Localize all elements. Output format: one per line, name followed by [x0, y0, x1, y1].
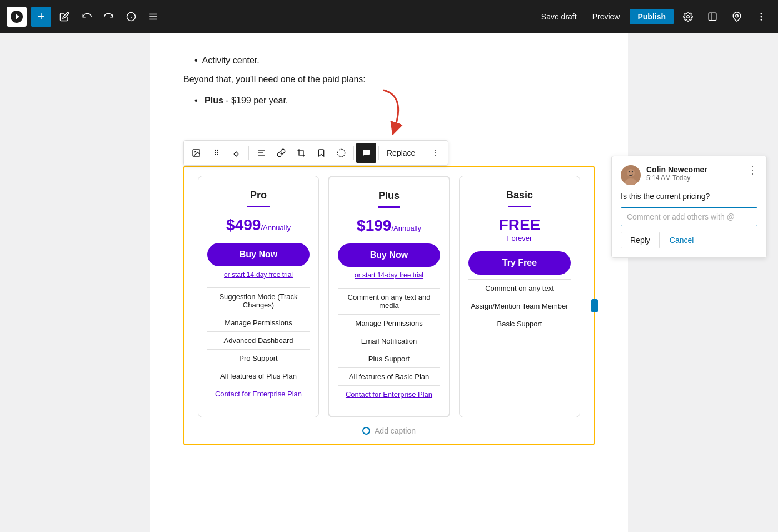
pro-feature-6: Contact for Enterprise Plan	[207, 385, 310, 402]
align-icon-button[interactable]	[251, 143, 271, 163]
plus-feature-5: All features of Basic Plan	[338, 368, 440, 386]
undo-button[interactable]	[77, 7, 97, 27]
preview-button[interactable]: Preview	[587, 9, 626, 24]
pro-feature-1: Suggestion Mode (Track Changes)	[207, 288, 310, 314]
comment-input[interactable]	[621, 207, 757, 226]
pro-trial-link[interactable]: or start 14-day free trial	[207, 271, 310, 279]
svg-point-24	[629, 171, 630, 172]
svg-point-11	[761, 13, 762, 14]
settings-icon-button[interactable]	[678, 7, 698, 27]
svg-point-10	[736, 14, 739, 17]
pro-feature-5: All features of Plus Plan	[207, 367, 310, 385]
pro-title: Pro	[207, 190, 310, 201]
pro-underline	[247, 206, 270, 207]
toolbar-divider-3	[378, 146, 379, 160]
pro-plan-card: Pro $499/Annually Buy Now or start 14-da…	[198, 176, 319, 417]
caption-area: Add caption	[193, 417, 585, 435]
comment-icon-button[interactable]	[356, 143, 376, 163]
paragraph-paid-plans: Beyond that, you'll need one of the paid…	[183, 74, 595, 84]
basic-underline	[508, 206, 531, 207]
plus-features-list: Comment on any text and media Manage Per…	[338, 288, 440, 403]
basic-plan-card: Basic FREE Forever Try Free Comment on a…	[459, 176, 580, 417]
plus-buy-button[interactable]: Buy Now	[338, 243, 440, 267]
svg-point-7	[687, 16, 690, 18]
redo-button[interactable]	[99, 7, 119, 27]
basic-price: FREE Forever	[468, 216, 571, 242]
edit-mode-button[interactable]	[702, 7, 722, 27]
comment-meta: Colin Newcomer 5:14 AM Today	[646, 165, 747, 182]
cancel-button[interactable]: Cancel	[664, 232, 700, 248]
plus-plan-card: Plus $199/Annually Buy Now or start 14-d…	[328, 176, 450, 417]
replace-button[interactable]: Replace	[381, 146, 421, 160]
basic-try-button[interactable]: Try Free	[468, 251, 571, 275]
plus-enterprise-link[interactable]: Contact for Enterprise Plan	[346, 390, 432, 399]
svg-point-15	[194, 151, 196, 152]
more-block-options-button[interactable]: ⋮	[426, 143, 446, 163]
pro-feature-4: Pro Support	[207, 350, 310, 367]
link-icon-button[interactable]	[271, 143, 291, 163]
plus-title: Plus	[338, 190, 440, 202]
plus-label: Plus	[205, 96, 223, 105]
plus-feature-4: Plus Support	[338, 350, 440, 368]
plus-feature-6: Contact for Enterprise Plan	[338, 386, 440, 403]
save-draft-button[interactable]: Save draft	[536, 9, 582, 24]
circle-icon-button[interactable]	[331, 143, 351, 163]
pro-price: $499/Annually	[207, 216, 310, 234]
plus-feature-2: Manage Permissions	[338, 315, 440, 332]
red-arrow-icon	[328, 84, 439, 140]
comment-header: Colin Newcomer 5:14 AM Today ⋮	[621, 165, 757, 185]
svg-point-25	[632, 171, 633, 172]
comment-avatar	[621, 165, 641, 185]
basic-features-list: Comment on any text Assign/Mention Team …	[468, 279, 571, 332]
block-toolbar: ⠿ Replace ⋮	[183, 140, 448, 166]
toolbar-divider-2	[353, 146, 354, 160]
pro-buy-button[interactable]: Buy Now	[207, 243, 310, 266]
reply-button[interactable]: Reply	[621, 232, 660, 248]
add-block-button[interactable]: +	[31, 7, 51, 27]
map-pin-button[interactable]	[727, 7, 747, 27]
basic-feature-2: Assign/Mention Team Member	[468, 297, 571, 315]
plus-trial-link[interactable]: or start 14-day free trial	[338, 271, 440, 279]
pro-enterprise-link[interactable]: Contact for Enterprise Plan	[215, 390, 302, 398]
edit-icon-button[interactable]	[54, 7, 74, 27]
more-options-button[interactable]	[751, 7, 771, 27]
plus-underline	[378, 206, 400, 208]
comment-timestamp: 5:14 AM Today	[646, 174, 747, 182]
pricing-table-block: Pro $499/Annually Buy Now or start 14-da…	[183, 166, 595, 445]
svg-rect-8	[709, 13, 716, 21]
arrow-annotation: Plus - $199 per year.	[183, 96, 595, 146]
bookmark-icon-button[interactable]	[311, 143, 331, 163]
publish-button[interactable]: Publish	[630, 9, 674, 24]
toolbar-divider-4	[423, 146, 423, 160]
pricing-cards-container: Pro $499/Annually Buy Now or start 14-da…	[193, 176, 585, 417]
bullet-activity-center: Activity center.	[194, 56, 595, 66]
content-area: Activity center. Beyond that, you'll nee…	[150, 33, 628, 532]
toolbar-divider-1	[248, 146, 249, 160]
basic-feature-3: Basic Support	[468, 315, 571, 332]
image-icon-button[interactable]	[186, 143, 206, 163]
svg-rect-19	[299, 151, 303, 155]
pro-feature-2: Manage Permissions	[207, 314, 310, 332]
pro-feature-3: Advanced Dashboard	[207, 332, 310, 350]
pro-features-list: Suggestion Mode (Track Changes) Manage P…	[207, 287, 310, 402]
info-button[interactable]	[121, 7, 141, 27]
caption-dot-icon	[362, 427, 370, 435]
drag-icon-button[interactable]: ⠿	[206, 143, 226, 163]
top-toolbar: + Save draft Preview Publish	[0, 0, 778, 33]
list-view-button[interactable]	[143, 7, 163, 27]
comment-panel: Colin Newcomer 5:14 AM Today ⋮ Is this t…	[611, 156, 767, 258]
caption-placeholder[interactable]: Add caption	[375, 426, 416, 435]
basic-title: Basic	[468, 190, 571, 201]
plus-price: - $199 per year.	[226, 96, 288, 105]
svg-point-13	[761, 19, 762, 21]
resize-handle[interactable]	[591, 299, 598, 312]
svg-point-12	[761, 16, 762, 17]
wp-logo[interactable]	[7, 7, 27, 27]
move-up-down-button[interactable]	[226, 143, 246, 163]
comment-author-name: Colin Newcomer	[646, 165, 747, 174]
comment-more-button[interactable]: ⋮	[747, 165, 757, 175]
crop-icon-button[interactable]	[291, 143, 311, 163]
basic-feature-1: Comment on any text	[468, 280, 571, 297]
plus-feature-3: Email Notification	[338, 332, 440, 350]
plus-price: $199/Annually	[338, 217, 440, 235]
